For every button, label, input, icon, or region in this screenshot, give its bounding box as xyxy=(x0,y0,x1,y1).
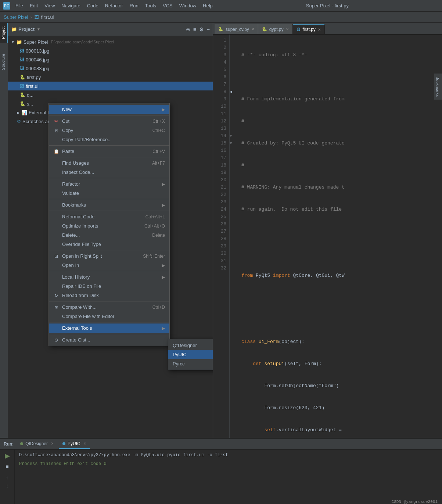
vtab-project[interactable]: Project xyxy=(0,23,8,43)
separator-9 xyxy=(49,301,169,301)
ext-libs-icon: 📊 xyxy=(21,110,27,115)
ctx-cut[interactable]: ✂ Cut Ctrl+X xyxy=(49,117,169,126)
bottom-panel: Run: QtDesigner ✕ PyUIC ✕ ▶ ■ ↑ ↓ D:\sof… xyxy=(0,438,442,504)
image-icon2: 🖼 xyxy=(20,57,24,62)
ctx-create-gist[interactable]: ⊙ Create Gist... xyxy=(49,335,169,344)
ctx-optimize-imports[interactable]: Optimize Imports Ctrl+Alt+O xyxy=(49,221,169,230)
ctx-paste[interactable]: 📋 Paste Ctrl+V xyxy=(49,147,169,156)
stop-button[interactable]: ■ xyxy=(6,464,8,469)
context-menu: New ▶ ✂ Cut Ctrl+X ⎘ Copy Ctrl+C Copy Pa… xyxy=(48,103,170,346)
locate-icon[interactable]: ⊕ xyxy=(186,26,190,32)
history-arrow: ▶ xyxy=(162,275,165,280)
bookmarks-tab[interactable]: Bookmarks xyxy=(434,74,441,100)
ctx-copy[interactable]: ⎘ Copy Ctrl+C xyxy=(49,126,169,135)
menu-edit[interactable]: Edit xyxy=(27,1,41,10)
tab-icon-supercv: 🐍 xyxy=(218,27,223,32)
submenu-qtdesigner[interactable]: QtDesigner xyxy=(168,341,213,350)
bookmarks-arrow: ▶ xyxy=(162,203,165,208)
ctx-open-in[interactable]: Open In ▶ xyxy=(49,261,169,270)
scroll-up-button[interactable]: ↑ xyxy=(6,475,8,480)
ctx-open-right-split[interactable]: ⊡ Open in Right Split Shift+Enter xyxy=(49,251,169,261)
breadcrumb-project[interactable]: Super Pixel xyxy=(4,14,28,20)
side-bookmarks: Bookmarks xyxy=(434,74,442,100)
code-content[interactable]: # -*- coding: utf-8 -*- # Form implement… xyxy=(237,35,442,438)
ctx-override-type[interactable]: Override File Type xyxy=(49,240,169,249)
menu-run[interactable]: Run xyxy=(127,1,141,10)
ctx-compare-editor[interactable]: Compare File with Editor xyxy=(49,312,169,321)
separator-5 xyxy=(49,199,169,199)
separator-11 xyxy=(49,334,169,334)
menu-tools[interactable]: Tools xyxy=(142,1,159,10)
vtab-structure[interactable]: Structure xyxy=(0,50,8,74)
bottom-tabs: Run: QtDesigner ✕ PyUIC ✕ xyxy=(0,439,442,450)
menu-window[interactable]: Window xyxy=(176,1,199,10)
tab-super-cv[interactable]: 🐍 super_cv.py ✕ xyxy=(215,24,258,34)
ctx-delete[interactable]: Delete... Delete xyxy=(49,230,169,240)
breadcrumb-separator: › xyxy=(30,14,32,20)
ctx-local-history[interactable]: Local History ▶ xyxy=(49,272,169,282)
collapse-icon[interactable]: ≡ xyxy=(193,26,196,32)
minimize-icon[interactable]: − xyxy=(207,26,210,32)
menu-code[interactable]: Code xyxy=(84,1,101,10)
settings-icon[interactable]: ⚙ xyxy=(199,26,204,32)
ctx-repair-ide[interactable]: Repair IDE on File xyxy=(49,282,169,291)
tree-file-1[interactable]: 🖼 000013.jpg xyxy=(8,46,213,55)
breadcrumb-file[interactable]: first.ui xyxy=(41,14,54,20)
menu-vcs[interactable]: VCS xyxy=(160,1,176,10)
qtdesigner-close[interactable]: ✕ xyxy=(51,442,54,446)
ctx-validate[interactable]: Validate xyxy=(49,189,169,198)
tree-file-2[interactable]: 🖼 000046.jpg xyxy=(8,55,213,64)
external-tools-arrow: ▶ xyxy=(162,326,165,331)
dropdown-arrow[interactable]: ▼ xyxy=(37,27,40,31)
tree-file-3[interactable]: 🖼 000083.jpg xyxy=(8,64,213,73)
tree-root[interactable]: ▼ 📁 Super Pixel F:\graduate study\code\S… xyxy=(8,37,213,46)
tab-qtdesigner[interactable]: QtDesigner ✕ xyxy=(17,439,57,449)
scroll-down-button[interactable]: ↓ xyxy=(6,483,8,489)
ctx-external-tools[interactable]: External Tools ▶ xyxy=(49,324,169,333)
gutter: ◀ ▼▼ xyxy=(230,35,237,438)
ctx-inspect[interactable]: Inspect Code... xyxy=(49,168,169,177)
ctx-refactor[interactable]: Refactor ▶ xyxy=(49,179,169,189)
separator-7 xyxy=(49,250,169,250)
panel-header: 📁 Project ▼ ⊕ ≡ ⚙ − xyxy=(8,23,213,36)
menu-file[interactable]: File xyxy=(12,1,26,10)
window-title: Super Pixel - first.py xyxy=(216,3,439,8)
tab-pyuic[interactable]: PyUIC ✕ xyxy=(59,439,90,449)
ctx-new[interactable]: New ▶ xyxy=(49,105,169,114)
ctx-copy-path[interactable]: Copy Path/Reference... xyxy=(49,135,169,144)
ctx-reload-disk[interactable]: ↻ Reload from Disk xyxy=(49,291,169,300)
tree-file-firstpy[interactable]: 🐍 first.py xyxy=(8,73,213,82)
submenu-pyrcc[interactable]: Pyrcc xyxy=(168,359,213,368)
menu-navigate[interactable]: Navigate xyxy=(58,1,83,10)
pyuic-close[interactable]: ✕ xyxy=(83,442,86,446)
ctx-compare-with[interactable]: ≋ Compare With... Ctrl+D xyxy=(49,303,169,312)
play-button[interactable]: ▶ xyxy=(5,452,10,460)
line-numbers: 12345 678910 1112131415 1617181920 21222… xyxy=(213,35,230,438)
menu-help[interactable]: Help xyxy=(200,1,216,10)
python-icon2: 🐍 xyxy=(20,92,25,97)
code-editor: 12345 678910 1112131415 1617181920 21222… xyxy=(213,35,442,438)
project-panel: 📁 Project ▼ ⊕ ≡ ⚙ − ▼ 📁 Super Pixel F:\g… xyxy=(8,23,213,438)
ctx-bookmarks[interactable]: Bookmarks ▶ xyxy=(49,200,169,210)
menu-refactor[interactable]: Refactor xyxy=(102,1,126,10)
submenu-pyuic[interactable]: PyUIC xyxy=(168,350,213,359)
editor-tabs: 🐍 super_cv.py ✕ 🐍 qypt.py ✕ 🖼 first.py ✕ xyxy=(213,23,442,35)
menu-view[interactable]: View xyxy=(42,1,58,10)
paste-icon: 📋 xyxy=(53,149,59,154)
separator-3 xyxy=(49,157,169,157)
tree-file-firstui[interactable]: 🖼 first.ui xyxy=(8,82,213,90)
collapse-arrow: ▼ xyxy=(11,40,15,44)
tab-qypt[interactable]: 🐍 qypt.py ✕ xyxy=(258,24,293,34)
expand-arrow: ▶ xyxy=(17,111,20,115)
tab-first-py[interactable]: 🖼 first.py ✕ xyxy=(293,24,325,34)
ctx-find-usages[interactable]: Find Usages Alt+F7 xyxy=(49,158,169,168)
split-icon: ⊡ xyxy=(53,254,59,259)
tab-close-firstpy[interactable]: ✕ xyxy=(318,28,321,32)
ctx-reformat[interactable]: Reformat Code Ctrl+Alt+L xyxy=(49,212,169,221)
tab-close-qypt[interactable]: ✕ xyxy=(286,27,289,31)
qtdesigner-dot xyxy=(20,442,23,445)
root-name: Super Pixel xyxy=(24,39,48,45)
menu-bar: File Edit View Navigate Code Refactor Ru… xyxy=(12,1,216,10)
tab-close-supercv[interactable]: ✕ xyxy=(251,27,254,31)
tree-file-q[interactable]: 🐍 q... xyxy=(8,90,213,99)
